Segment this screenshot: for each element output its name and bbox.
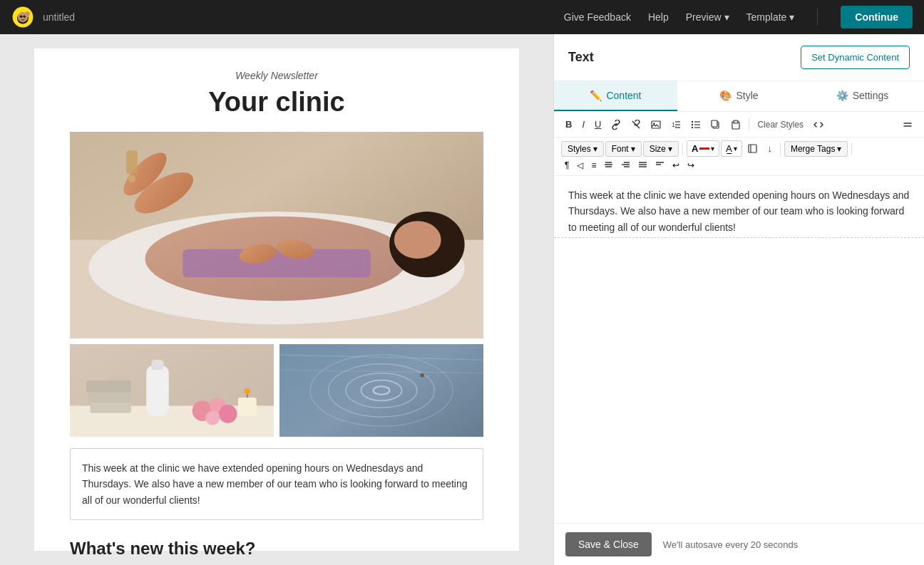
toolbar-sep-2 (682, 142, 683, 155)
svg-rect-15 (126, 150, 138, 174)
svg-point-50 (692, 123, 693, 125)
toolbar-sep-1 (749, 118, 749, 131)
whats-new-heading: What's new this week? (70, 539, 483, 559)
svg-point-12 (394, 221, 441, 259)
extra-format-button[interactable] (652, 158, 668, 172)
underline-button[interactable]: U (590, 116, 605, 133)
chevron-down-icon: ▾ (631, 144, 635, 154)
whats-new-section: What's new this week? (34, 532, 519, 559)
style-icon: 🎨 (719, 90, 732, 101)
email-canvas: Weekly Newsletter Your clinic (34, 48, 519, 551)
justify-button[interactable] (635, 158, 651, 172)
svg-rect-30 (238, 398, 257, 416)
chevron-down-icon: ▾ (668, 144, 672, 154)
template-dropdown[interactable]: Template ▾ (746, 11, 795, 23)
font-dropdown[interactable]: Font ▾ (605, 141, 642, 157)
paragraph-button[interactable]: ¶ (561, 158, 573, 172)
undo-button[interactable]: ↩ (669, 158, 683, 172)
image-button[interactable] (647, 117, 665, 133)
text-editor-area[interactable]: This week at the clinic we have extended… (554, 176, 924, 237)
dynamic-content-button[interactable]: Set Dynamic Content (801, 46, 910, 69)
newsletter-header: Weekly Newsletter Your clinic (34, 48, 519, 132)
text-color-button[interactable]: A ▾ (687, 140, 719, 157)
main-layout: Weekly Newsletter Your clinic (0, 34, 924, 565)
nav-divider (817, 9, 818, 26)
unlink-button[interactable] (627, 117, 645, 133)
text-paragraph: This week at the clinic we have extended… (568, 187, 910, 235)
outdent-button[interactable]: ◁ (573, 158, 587, 172)
svg-point-28 (219, 405, 237, 423)
right-panel: Text Set Dynamic Content ✏️ Content 🎨 St… (553, 34, 924, 565)
align-left-button[interactable]: ≡ (587, 158, 600, 172)
svg-rect-24 (146, 365, 168, 416)
top-nav: Give Feedback Help Preview ▾ Template ▾ … (564, 6, 913, 28)
svg-point-16 (128, 175, 136, 183)
alignment-buttons: ¶ ◁ ≡ ↩ ↪ (561, 158, 698, 172)
paste-button[interactable] (727, 117, 745, 133)
svg-point-32 (245, 388, 251, 395)
water-ripples-image[interactable] (279, 344, 483, 437)
svg-line-42 (632, 121, 640, 128)
chevron-down-icon: ▾ (711, 145, 714, 152)
toolbar-sep-4 (851, 142, 852, 155)
panel-header: Text Set Dynamic Content (554, 34, 924, 81)
tab-style[interactable]: 🎨 Style (677, 81, 801, 111)
svg-rect-58 (734, 120, 738, 123)
highlight-color-button[interactable]: A̲ ▾ (721, 140, 742, 157)
italic-button[interactable]: I (578, 116, 589, 133)
link-button[interactable] (607, 117, 625, 133)
newsletter-text-content: This week at the clinic we have extended… (82, 460, 471, 508)
collapse-button[interactable] (898, 117, 917, 133)
panel-title: Text (568, 50, 594, 65)
copy-button[interactable] (707, 117, 725, 133)
tab-settings[interactable]: ⚙️ Settings (801, 81, 924, 111)
newsletter-text-box[interactable]: This week at the clinic we have extended… (70, 448, 483, 520)
preview-dropdown[interactable]: Preview ▾ (686, 11, 729, 23)
code-view-button[interactable] (809, 117, 828, 133)
styles-dropdown[interactable]: Styles ▾ (561, 141, 604, 157)
svg-rect-43 (652, 121, 660, 128)
bold-button[interactable]: B (561, 116, 576, 133)
merge-tags-dropdown[interactable]: Merge Tags ▾ (784, 141, 848, 157)
topbar: untitled Give Feedback Help Preview ▾ Te… (0, 0, 924, 34)
redo-button[interactable]: ↪ (684, 158, 698, 172)
highlight-icon: A̲ (726, 143, 732, 154)
give-feedback-link[interactable]: Give Feedback (564, 11, 631, 23)
panel-bottom-area (554, 238, 924, 523)
edit-icon: ✏️ (590, 90, 602, 101)
two-images-row (70, 344, 483, 437)
save-close-button[interactable]: Save & Close (565, 532, 652, 556)
toolbar-row-2: Styles ▾ Font ▾ Size ▾ A ▾ A̲ ▾ (554, 138, 924, 176)
continue-button[interactable]: Continue (841, 6, 913, 28)
tab-settings-label: Settings (853, 90, 889, 101)
color-indicator (699, 147, 709, 150)
chevron-down-icon: ▾ (724, 11, 729, 23)
clear-styles-button[interactable]: Clear Styles (753, 117, 808, 133)
svg-point-44 (654, 123, 655, 124)
ordered-list-button[interactable]: 1. (667, 117, 685, 133)
newsletter-title: Your clinic (48, 87, 505, 118)
svg-rect-25 (151, 360, 163, 370)
tab-style-label: Style (736, 90, 758, 101)
block-format-button[interactable] (744, 141, 761, 156)
main-hero-image[interactable] (70, 132, 483, 338)
spa-products-image[interactable] (70, 344, 274, 437)
chevron-down-icon: ▾ (734, 145, 737, 152)
align-center-button[interactable] (600, 158, 617, 172)
images-section (34, 132, 519, 437)
unordered-list-button[interactable] (687, 117, 705, 133)
tab-content-label: Content (606, 90, 641, 101)
tab-content[interactable]: ✏️ Content (554, 81, 677, 111)
chevron-down-icon: ▾ (789, 11, 794, 23)
toolbar-row-1: B I U 1. Clear (554, 112, 924, 138)
svg-point-3 (20, 16, 23, 18)
svg-point-49 (692, 120, 693, 122)
svg-rect-56 (712, 120, 717, 127)
help-link[interactable]: Help (648, 11, 669, 23)
size-dropdown[interactable]: Size ▾ (643, 141, 679, 157)
svg-rect-59 (749, 145, 756, 152)
align-right-button[interactable] (617, 158, 634, 172)
svg-point-51 (692, 126, 693, 128)
indent-button[interactable]: ↓ (763, 140, 776, 157)
newsletter-label: Weekly Newsletter (48, 70, 505, 81)
